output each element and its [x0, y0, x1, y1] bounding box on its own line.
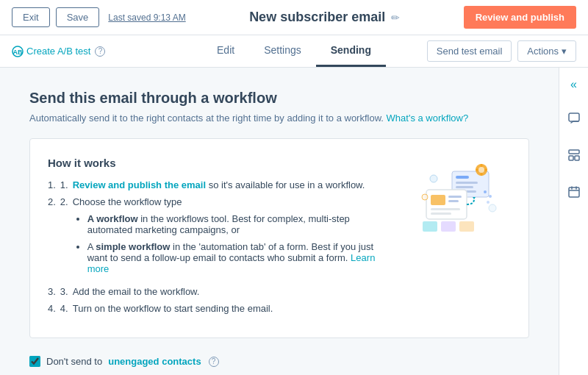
svg-rect-10	[456, 186, 473, 188]
svg-rect-14	[481, 164, 483, 167]
page-subtitle: Automatically send it to the right conta…	[29, 113, 529, 124]
send-test-email-button[interactable]: Send test email	[427, 40, 512, 62]
chevron-down-icon: ▾	[562, 46, 567, 57]
tab-edit[interactable]: Edit	[202, 35, 249, 67]
steps-list: 1. Review and publish the email so it's …	[48, 179, 393, 314]
svg-rect-15	[481, 173, 483, 176]
layout-icon[interactable]	[563, 144, 585, 169]
bullet-1: A workflow in the workflows tool. Best f…	[87, 213, 393, 235]
unengaged-contacts-row: Don't send to unengaged contacts ?	[29, 356, 529, 367]
svg-rect-23	[431, 213, 451, 215]
svg-rect-17	[484, 169, 487, 171]
subtitle-text: Automatically send it to the right conta…	[29, 113, 384, 124]
whats-workflow-link[interactable]: What's a workflow?	[387, 113, 469, 124]
simple-workflow-strong: simple workflow	[96, 241, 170, 252]
review-publish-link[interactable]: Review and publish the email	[73, 179, 206, 190]
main-content: Send this email through a workflow Autom…	[0, 68, 559, 375]
chat-icon[interactable]	[563, 107, 585, 132]
subnav-right: Send test email Actions ▾	[427, 40, 576, 62]
svg-rect-2	[569, 113, 579, 121]
step-2: 2. Choose the workflow type A workflow i…	[48, 196, 393, 280]
svg-rect-27	[459, 221, 474, 232]
step2-text: Choose the workflow type	[73, 196, 182, 207]
svg-rect-8	[456, 176, 469, 179]
step4-text: Turn on the workflow to start sending th…	[73, 303, 273, 314]
svg-rect-5	[575, 156, 579, 160]
edit-title-icon[interactable]: ✏	[391, 12, 400, 24]
ab-test-label: Create A/B test	[26, 46, 90, 57]
svg-rect-25	[423, 221, 437, 232]
collapse-sidebar-icon[interactable]: «	[566, 74, 581, 96]
svg-rect-3	[569, 150, 579, 154]
svg-text:AB: AB	[13, 49, 23, 56]
card-illustration	[408, 157, 511, 320]
step-1: 1. Review and publish the email so it's …	[48, 179, 393, 190]
svg-point-33	[487, 201, 490, 204]
unengaged-contacts-link[interactable]: unengaged contacts	[108, 356, 201, 367]
step-4: 4. Turn on the workflow to start sending…	[48, 303, 393, 314]
unengaged-contacts-checkbox[interactable]	[29, 356, 40, 367]
ab-test-icon: AB	[12, 46, 24, 57]
svg-rect-4	[569, 156, 573, 160]
svg-point-32	[489, 195, 492, 198]
actions-label: Actions	[527, 46, 559, 57]
email-title: New subscriber email	[249, 10, 385, 25]
actions-button[interactable]: Actions ▾	[517, 40, 576, 62]
exit-button[interactable]: Exit	[12, 7, 50, 27]
card-content: How it works 1. Review and publish the e…	[48, 157, 393, 320]
tab-sending[interactable]: Sending	[316, 35, 386, 67]
svg-rect-26	[441, 221, 456, 232]
svg-point-30	[489, 204, 496, 212]
svg-rect-6	[569, 188, 579, 197]
svg-rect-21	[448, 200, 459, 202]
svg-point-28	[430, 175, 437, 182]
last-saved-text: Last saved 9:13 AM	[108, 12, 185, 23]
step1-suffix: so it's available for use in a workflow.	[209, 179, 365, 190]
workflow-illustration	[412, 157, 507, 238]
ab-test-help-icon[interactable]: ?	[95, 46, 105, 57]
svg-rect-16	[476, 169, 478, 171]
create-ab-test-link[interactable]: AB Create A/B test ?	[12, 46, 105, 57]
svg-point-13	[478, 167, 484, 173]
header: Exit Save Last saved 9:13 AM New subscri…	[0, 0, 588, 35]
unengaged-label-prefix: Don't send to	[46, 356, 102, 367]
svg-point-31	[484, 190, 487, 193]
tab-settings[interactable]: Settings	[249, 35, 316, 67]
save-button[interactable]: Save	[56, 7, 100, 27]
page-title: Send this email through a workflow	[29, 90, 529, 107]
bullet2-prefix: A	[87, 241, 96, 252]
subnav: AB Create A/B test ? Edit Settings Sendi…	[0, 35, 588, 68]
svg-rect-22	[431, 208, 460, 210]
svg-rect-20	[448, 196, 462, 198]
card-title: How it works	[48, 157, 393, 169]
svg-rect-19	[431, 195, 445, 205]
bullet-list: A workflow in the workflows tool. Best f…	[87, 213, 393, 274]
svg-rect-9	[456, 182, 478, 184]
bullet-2: A simple workflow in the 'automation tab…	[87, 241, 393, 274]
unengaged-help-icon[interactable]: ?	[209, 357, 219, 367]
header-title-area: New subscriber email ✏	[192, 10, 458, 25]
calendar-icon[interactable]	[563, 181, 585, 206]
how-it-works-card: How it works 1. Review and publish the e…	[29, 138, 529, 338]
right-sidebar: «	[559, 68, 588, 375]
review-publish-button[interactable]: Review and publish	[464, 6, 576, 29]
svg-point-29	[422, 194, 428, 200]
workflow-strong: A workflow	[87, 213, 138, 224]
step3-text: Add the email to the workflow.	[73, 286, 200, 297]
nav-tabs: Edit Settings Sending	[202, 35, 386, 67]
step-3: 3. Add the email to the workflow.	[48, 286, 393, 297]
svg-marker-24	[473, 197, 476, 199]
